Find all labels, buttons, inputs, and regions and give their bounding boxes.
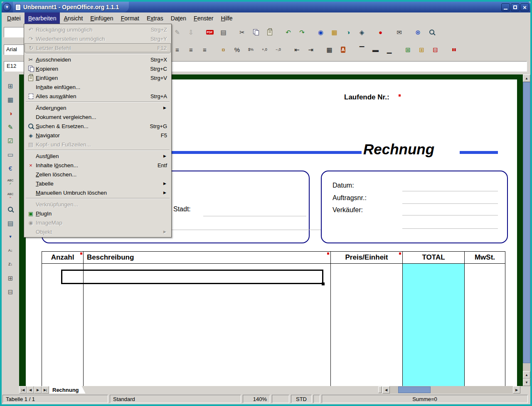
copy-icon[interactable] (250, 26, 261, 38)
next-sheet-button[interactable]: ▶ (34, 386, 42, 394)
v-scroll-up-button-2[interactable]: ▲ (523, 371, 530, 379)
table-header-anzahl[interactable]: Anzahl (42, 251, 84, 264)
menu-item-kopf-und-fußzeilen[interactable]: ▤Kopf- und Fußzeilen... (25, 140, 171, 149)
insert-icon[interactable]: ⊞ (5, 80, 16, 91)
autofilter-icon[interactable]: ▼ (5, 231, 16, 242)
delete-cells-icon[interactable]: ⊟ (430, 43, 441, 56)
edit-file-icon[interactable]: ✎ (172, 26, 183, 38)
background-color-icon[interactable]: A (337, 43, 349, 56)
table-header-preis-einheit[interactable]: Preis/Einheit (330, 251, 403, 264)
prev-sheet-button[interactable]: ◀ (27, 386, 34, 394)
form-controls-icon[interactable]: ☑ (5, 135, 16, 146)
sheet-tab-rechnung[interactable]: Rechnung (49, 386, 86, 394)
menu-item-einfügen[interactable]: EinfügenStrg+V (25, 73, 171, 82)
menu-item-änderungen[interactable]: Änderungen▶ (25, 103, 171, 112)
v-scroll-down-button[interactable]: ▼ (523, 379, 530, 386)
minimize-button[interactable] (501, 3, 510, 11)
internet-icon[interactable]: ◑ (342, 26, 354, 38)
align-center-icon[interactable]: ≡ (172, 43, 183, 56)
menu-item-tabelle[interactable]: Tabelle▶ (25, 179, 171, 188)
maximize-button[interactable] (511, 3, 520, 11)
standard-format-icon[interactable]: $% (245, 43, 256, 56)
h-scroll-left-button[interactable]: ◀ (382, 386, 390, 394)
status-mode[interactable]: STD (291, 395, 312, 403)
close-button[interactable]: × (520, 3, 529, 11)
mail-icon[interactable]: ✉ (394, 26, 405, 38)
h-scroll-thumb[interactable] (398, 386, 431, 393)
insert-chart-icon[interactable]: ◑ (5, 108, 16, 119)
menubar-item-einfügen[interactable]: Einfügen (86, 12, 117, 24)
window-menu-button[interactable]: ▼ (3, 3, 11, 11)
v-scrollbar[interactable]: ▲ ▲ ▼ (523, 74, 530, 394)
align-top-icon[interactable]: ▔ (356, 43, 367, 56)
table-header-beschreibung[interactable]: Beschreibung (83, 251, 331, 264)
tab-scrollbar-splitter[interactable] (378, 386, 382, 393)
total-column-fill[interactable] (403, 264, 464, 386)
add-decimal-icon[interactable]: +,0 (259, 43, 270, 56)
increase-indent-icon[interactable]: ⇥ (305, 43, 316, 56)
draw-functions-icon[interactable]: ✎ (5, 121, 16, 132)
menu-item-manuellen-umbruch-löschen[interactable]: Manuellen Umbruch löschen▶ (25, 188, 171, 197)
status-page-style[interactable]: Standard (110, 395, 241, 403)
paste-icon[interactable] (264, 26, 275, 38)
undo-icon[interactable]: ↶ (283, 26, 294, 38)
group-icon[interactable]: ⊞ (5, 272, 16, 283)
menu-item-ausfüllen[interactable]: Ausfüllen▶ (25, 151, 171, 161)
currency-format-icon[interactable]: ¤ (218, 43, 229, 56)
menubar-item-daten[interactable]: Daten (167, 12, 190, 24)
hyperlink-icon[interactable]: ◉ (315, 26, 326, 38)
status-zoom[interactable]: 140% (243, 395, 270, 403)
align-right-icon[interactable]: ≡ (185, 43, 197, 56)
percent-format-icon[interactable]: % (232, 43, 243, 56)
table-header-mwst[interactable]: MwSt. (464, 251, 505, 264)
export-icon[interactable]: ⇩ (185, 26, 197, 38)
menubar-item-bearbeiten[interactable]: Bearbeiten (25, 12, 60, 24)
menu-item-suchen-ersetzen[interactable]: Suchen & Ersetzen...Strg+G (25, 121, 171, 131)
autospellcheck-icon[interactable]: ABC≈ (5, 190, 16, 201)
borders-icon[interactable]: ▦ (324, 43, 335, 56)
navigator-icon[interactable]: ◈ (356, 26, 367, 38)
menu-item-alles-auswählen[interactable]: Alles auswählenStrg+A (25, 92, 171, 101)
menubar-item-hilfe[interactable]: Hilfe (217, 12, 236, 24)
h-scrollbar[interactable] (390, 386, 513, 394)
decrease-indent-icon[interactable]: ⇤ (291, 43, 303, 56)
sort-descending-icon[interactable]: Z↓ (5, 259, 16, 270)
menu-item-verknüpfungen[interactable]: Verknüpfungen... (25, 200, 171, 209)
stop-loading-icon[interactable]: ⊗ (412, 26, 424, 38)
datasources-icon[interactable]: ▤ (5, 218, 16, 228)
cut-icon[interactable]: ✂ (236, 26, 248, 38)
align-justify-icon[interactable]: ≡ (199, 43, 210, 56)
chart-icon[interactable]: ▮▮ (448, 43, 460, 56)
menubar-item-format[interactable]: Format (117, 12, 143, 24)
first-sheet-button[interactable]: |◀ (19, 386, 27, 394)
record-changes-icon[interactable]: ● (375, 26, 386, 38)
v-scroll-up-button[interactable]: ▲ (523, 74, 530, 82)
menu-item-plugin[interactable]: ▣PlugIn (25, 209, 171, 218)
menu-item-navigator[interactable]: ◈NavigatorF5 (25, 131, 171, 140)
pdf-export-icon[interactable]: PDF (204, 26, 215, 38)
v-scroll-thumb[interactable] (523, 82, 530, 363)
status-sum[interactable]: Summe=0 (322, 395, 528, 403)
menubar-item-datei[interactable]: Datei (3, 12, 25, 24)
menu-item-kopieren[interactable]: KopierenStrg+C (25, 64, 171, 73)
redo-icon[interactable]: ↷ (296, 26, 308, 38)
sort-ascending-icon[interactable]: A↓ (5, 245, 16, 256)
status-sheet-position[interactable]: Tabelle 1 / 1 (2, 395, 108, 403)
menu-item-inhalte-einfügen[interactable]: Inhalte einfügen... (25, 82, 171, 92)
print-icon[interactable]: ▤ (218, 26, 229, 38)
menu-item-dokument-vergleichen[interactable]: Dokument vergleichen... (25, 112, 171, 121)
gallery-icon[interactable]: ▦ (329, 26, 340, 38)
menu-item-rückgängig-unmöglich[interactable]: ↶Rückgängig unmöglichStrg+Z (25, 25, 171, 34)
h-scroll-right-button[interactable]: ▶ (513, 386, 520, 394)
menubar-item-extras[interactable]: Extras (143, 12, 167, 24)
insert-row-icon[interactable]: ⊞ (402, 43, 414, 56)
spellcheck-icon[interactable]: ABC✓ (5, 176, 16, 187)
euro-converter-icon[interactable]: € (5, 163, 16, 173)
menu-item-letzter-befehl[interactable]: ↻Letzter BefehlF12 (25, 43, 171, 52)
ungroup-icon[interactable]: ⊟ (5, 286, 16, 297)
insert-cells-icon[interactable]: ▦ (5, 94, 16, 105)
table-header-total[interactable]: TOTAL (402, 251, 465, 264)
menu-item-inhalte-löschen[interactable]: ×Inhalte löschen...Entf (25, 161, 171, 170)
last-sheet-button[interactable]: ▶| (42, 386, 49, 394)
menubar-item-ansicht[interactable]: Ansicht (60, 12, 86, 24)
